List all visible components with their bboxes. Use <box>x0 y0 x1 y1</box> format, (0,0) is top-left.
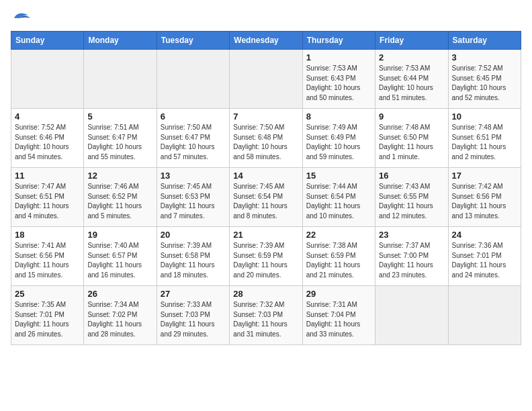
calendar-cell <box>448 286 521 345</box>
calendar-cell: 13Sunrise: 7:45 AM Sunset: 6:53 PM Dayli… <box>157 168 229 227</box>
calendar-header-row: SundayMondayTuesdayWednesdayThursdayFrid… <box>11 32 521 50</box>
calendar-cell: 6Sunrise: 7:50 AM Sunset: 6:47 PM Daylig… <box>157 109 229 168</box>
day-info: Sunrise: 7:52 AM Sunset: 6:45 PM Dayligh… <box>452 64 517 103</box>
day-number: 19 <box>87 230 152 240</box>
day-info: Sunrise: 7:38 AM Sunset: 6:59 PM Dayligh… <box>306 241 371 280</box>
column-header-thursday: Thursday <box>302 32 375 50</box>
calendar-cell: 4Sunrise: 7:52 AM Sunset: 6:46 PM Daylig… <box>11 109 84 168</box>
calendar-cell: 19Sunrise: 7:40 AM Sunset: 6:57 PM Dayli… <box>84 227 157 286</box>
day-info: Sunrise: 7:34 AM Sunset: 7:02 PM Dayligh… <box>87 300 152 339</box>
day-number: 18 <box>15 230 80 240</box>
day-number: 25 <box>15 289 80 299</box>
day-info: Sunrise: 7:43 AM Sunset: 6:55 PM Dayligh… <box>379 182 444 221</box>
day-info: Sunrise: 7:31 AM Sunset: 7:04 PM Dayligh… <box>306 300 371 339</box>
calendar-cell: 18Sunrise: 7:41 AM Sunset: 6:56 PM Dayli… <box>11 227 84 286</box>
calendar-cell: 15Sunrise: 7:44 AM Sunset: 6:54 PM Dayli… <box>302 168 375 227</box>
calendar-cell <box>84 50 157 109</box>
calendar-week-row: 1Sunrise: 7:53 AM Sunset: 6:43 PM Daylig… <box>11 50 521 109</box>
column-header-sunday: Sunday <box>11 32 84 50</box>
day-number: 13 <box>161 171 226 181</box>
day-info: Sunrise: 7:51 AM Sunset: 6:47 PM Dayligh… <box>87 123 152 162</box>
calendar-cell: 26Sunrise: 7:34 AM Sunset: 7:02 PM Dayli… <box>84 286 157 345</box>
day-info: Sunrise: 7:53 AM Sunset: 6:43 PM Dayligh… <box>306 64 371 103</box>
calendar-cell: 29Sunrise: 7:31 AM Sunset: 7:04 PM Dayli… <box>302 286 375 345</box>
calendar-week-row: 4Sunrise: 7:52 AM Sunset: 6:46 PM Daylig… <box>11 109 521 168</box>
day-number: 17 <box>452 171 517 181</box>
calendar-cell: 14Sunrise: 7:45 AM Sunset: 6:54 PM Dayli… <box>230 168 302 227</box>
day-info: Sunrise: 7:49 AM Sunset: 6:49 PM Dayligh… <box>306 123 371 162</box>
day-number: 22 <box>306 230 371 240</box>
day-info: Sunrise: 7:53 AM Sunset: 6:44 PM Dayligh… <box>379 64 444 103</box>
calendar-cell: 16Sunrise: 7:43 AM Sunset: 6:55 PM Dayli… <box>375 168 448 227</box>
day-number: 2 <box>379 52 444 62</box>
day-info: Sunrise: 7:42 AM Sunset: 6:56 PM Dayligh… <box>452 182 517 221</box>
day-info: Sunrise: 7:50 AM Sunset: 6:47 PM Dayligh… <box>161 123 226 162</box>
calendar-week-row: 11Sunrise: 7:47 AM Sunset: 6:51 PM Dayli… <box>11 168 521 227</box>
day-number: 7 <box>233 111 298 122</box>
calendar-cell: 27Sunrise: 7:33 AM Sunset: 7:03 PM Dayli… <box>157 286 229 345</box>
day-info: Sunrise: 7:39 AM Sunset: 6:58 PM Dayligh… <box>161 241 226 280</box>
day-info: Sunrise: 7:45 AM Sunset: 6:54 PM Dayligh… <box>233 182 298 221</box>
calendar-cell: 11Sunrise: 7:47 AM Sunset: 6:51 PM Dayli… <box>11 168 84 227</box>
page-header <box>11 11 521 26</box>
logo-bird-icon <box>12 11 31 26</box>
calendar-cell: 10Sunrise: 7:48 AM Sunset: 6:51 PM Dayli… <box>448 109 521 168</box>
day-info: Sunrise: 7:37 AM Sunset: 7:00 PM Dayligh… <box>379 241 444 280</box>
day-number: 23 <box>379 230 444 240</box>
day-number: 28 <box>233 289 298 299</box>
day-info: Sunrise: 7:46 AM Sunset: 6:52 PM Dayligh… <box>87 182 152 221</box>
day-info: Sunrise: 7:35 AM Sunset: 7:01 PM Dayligh… <box>15 300 80 339</box>
day-info: Sunrise: 7:47 AM Sunset: 6:51 PM Dayligh… <box>15 182 80 221</box>
calendar-cell: 8Sunrise: 7:49 AM Sunset: 6:49 PM Daylig… <box>302 109 375 168</box>
calendar-cell: 5Sunrise: 7:51 AM Sunset: 6:47 PM Daylig… <box>84 109 157 168</box>
day-number: 3 <box>452 52 517 62</box>
column-header-friday: Friday <box>375 32 448 50</box>
calendar-cell <box>11 50 84 109</box>
day-info: Sunrise: 7:41 AM Sunset: 6:56 PM Dayligh… <box>15 241 80 280</box>
calendar-cell: 28Sunrise: 7:32 AM Sunset: 7:03 PM Dayli… <box>230 286 302 345</box>
day-number: 8 <box>306 111 371 122</box>
day-number: 29 <box>306 289 371 299</box>
day-info: Sunrise: 7:39 AM Sunset: 6:59 PM Dayligh… <box>233 241 298 280</box>
calendar-cell: 9Sunrise: 7:48 AM Sunset: 6:50 PM Daylig… <box>375 109 448 168</box>
day-number: 16 <box>379 171 444 181</box>
day-number: 24 <box>452 230 517 240</box>
day-info: Sunrise: 7:50 AM Sunset: 6:48 PM Dayligh… <box>233 123 298 162</box>
day-info: Sunrise: 7:52 AM Sunset: 6:46 PM Dayligh… <box>15 123 80 162</box>
calendar-cell: 21Sunrise: 7:39 AM Sunset: 6:59 PM Dayli… <box>230 227 302 286</box>
calendar-cell: 1Sunrise: 7:53 AM Sunset: 6:43 PM Daylig… <box>302 50 375 109</box>
day-number: 10 <box>452 111 517 122</box>
day-info: Sunrise: 7:32 AM Sunset: 7:03 PM Dayligh… <box>233 300 298 339</box>
day-number: 21 <box>233 230 298 240</box>
day-number: 26 <box>87 289 152 299</box>
column-header-saturday: Saturday <box>448 32 521 50</box>
calendar-cell: 25Sunrise: 7:35 AM Sunset: 7:01 PM Dayli… <box>11 286 84 345</box>
calendar-table: SundayMondayTuesdayWednesdayThursdayFrid… <box>11 31 521 345</box>
calendar-cell <box>375 286 448 345</box>
day-number: 27 <box>161 289 226 299</box>
day-info: Sunrise: 7:36 AM Sunset: 7:01 PM Dayligh… <box>452 241 517 280</box>
calendar-cell: 3Sunrise: 7:52 AM Sunset: 6:45 PM Daylig… <box>448 50 521 109</box>
day-number: 9 <box>379 111 444 122</box>
calendar-cell <box>157 50 229 109</box>
calendar-cell: 17Sunrise: 7:42 AM Sunset: 6:56 PM Dayli… <box>448 168 521 227</box>
day-number: 12 <box>87 171 152 181</box>
day-info: Sunrise: 7:33 AM Sunset: 7:03 PM Dayligh… <box>161 300 226 339</box>
day-number: 11 <box>15 171 80 181</box>
calendar-week-row: 25Sunrise: 7:35 AM Sunset: 7:01 PM Dayli… <box>11 286 521 345</box>
calendar-cell: 12Sunrise: 7:46 AM Sunset: 6:52 PM Dayli… <box>84 168 157 227</box>
calendar-cell: 24Sunrise: 7:36 AM Sunset: 7:01 PM Dayli… <box>448 227 521 286</box>
day-number: 20 <box>161 230 226 240</box>
day-info: Sunrise: 7:45 AM Sunset: 6:53 PM Dayligh… <box>161 182 226 221</box>
day-info: Sunrise: 7:40 AM Sunset: 6:57 PM Dayligh… <box>87 241 152 280</box>
calendar-cell <box>230 50 302 109</box>
column-header-wednesday: Wednesday <box>230 32 302 50</box>
logo <box>11 11 31 26</box>
calendar-cell: 22Sunrise: 7:38 AM Sunset: 6:59 PM Dayli… <box>302 227 375 286</box>
day-number: 5 <box>87 111 152 122</box>
calendar-cell: 7Sunrise: 7:50 AM Sunset: 6:48 PM Daylig… <box>230 109 302 168</box>
column-header-monday: Monday <box>84 32 157 50</box>
day-info: Sunrise: 7:44 AM Sunset: 6:54 PM Dayligh… <box>306 182 371 221</box>
day-number: 14 <box>233 171 298 181</box>
day-number: 1 <box>306 52 371 62</box>
